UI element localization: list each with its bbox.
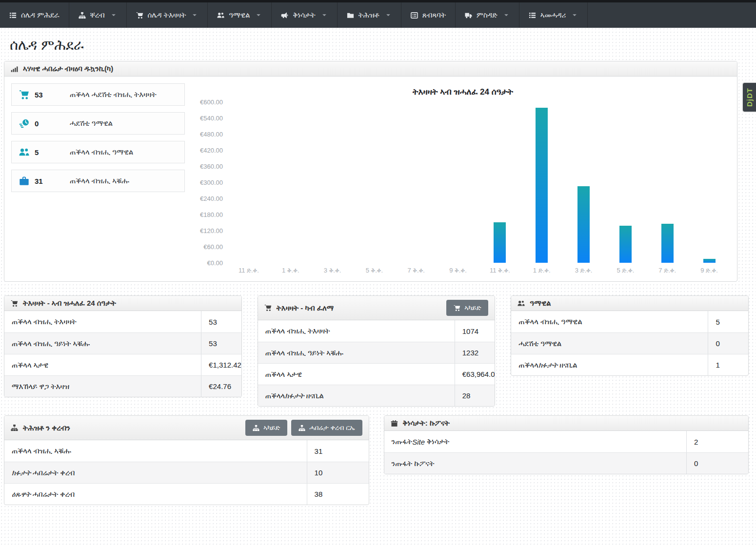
- row-label: ጠቕላላ ክፉታት ዘናቢል: [511, 354, 708, 375]
- row-label: ማእኸላይ ዋጋ ትእዛዝ: [4, 376, 201, 397]
- orders-last-24h-table: ትእዛዛት - ኣብ ዝሓለፈ 24 ሰዓታትጠቕላላ ብዝሒ ትእዛዛት53ጠ…: [4, 295, 242, 397]
- nav-item-ቐረብ[interactable]: ቐረብ: [69, 2, 127, 28]
- table-header: ትሕዝቶ ን ቀረብንኣካይድሓበሬታ ቀረብ ርኤ: [4, 416, 369, 440]
- row-value: 10: [307, 462, 369, 483]
- row-value: 1074: [455, 320, 495, 342]
- store-statistics-title: ኣሃዛዊ ሓበሬታ ብዛዕባ ዱኳንኪ(ካ): [23, 64, 113, 73]
- row-value: 2: [686, 431, 748, 452]
- table-header: ቅነሳታት: ኩፖናት: [384, 416, 749, 431]
- table-row: ጠቕላላ ብዝሒ ኣቑሑ31: [4, 440, 369, 462]
- x-tick-label: 7 ቅ.ቀ.: [395, 267, 437, 274]
- summary-tables-row-1: ትእዛዛት - ኣብ ዝሓለፈ 24 ሰዓታትጠቕላላ ብዝሒ ትእዛዛት53ጠ…: [4, 295, 749, 407]
- stat-value: 53: [35, 91, 51, 99]
- nav-item-label: ምስዳድ: [477, 11, 497, 20]
- y-tick-label: €60.00: [203, 243, 223, 251]
- nav-item-ኣመሓዳሪ[interactable]: ኣመሓዳሪ: [519, 2, 588, 28]
- orders-all-time-table: ትእዛዛት - ካብ ፈለማኣካይድጠቕላላ ብዝሒ ትእዛዛት1074ጠቕላላ…: [258, 295, 496, 407]
- stat-value: 31: [35, 177, 51, 185]
- table-row: ንጡፋት ኩፖናት0: [384, 452, 749, 474]
- table-row: ጠቕላላ ብዝሒ ዓይነት ኣቑሑ1232: [258, 342, 495, 363]
- nav-item-ምስዳድ[interactable]: ምስዳድ: [456, 2, 519, 28]
- manage-catalogue-button[interactable]: ኣካይድ: [245, 420, 287, 436]
- chart-y-axis: €600.00€540.00€480.00€420.00€360.00€300.…: [196, 102, 228, 263]
- x-tick-label: 9 ቅ.ቀ.: [437, 267, 479, 274]
- row-value: 1232: [455, 342, 495, 363]
- store-statistics-panel: ኣሃዛዊ ሓበሬታ ብዛዕባ ዱኳንኪ(ካ) 53ጠቕላላ ሓደሽቲ ብዝሒ ት…: [4, 61, 737, 282]
- sitemap-icon: [253, 425, 259, 431]
- stat-label: ጠቕላላ ብዝሒ ዓማዊል: [70, 148, 133, 156]
- signal-icon: [11, 65, 18, 73]
- x-tick-label: 1 ቅ.ቀ.: [270, 267, 312, 274]
- row-label: ዕጹዋት ሓበሬታት ቀረብ: [4, 484, 307, 505]
- chart-bar-slot: [479, 102, 521, 263]
- caret-icon: [503, 12, 510, 19]
- django-debug-toolbar-handle[interactable]: DjDT: [742, 82, 756, 113]
- row-value: 1: [708, 354, 748, 375]
- row-label: ጠቕላላ ብዝሒ ዓማዊል: [511, 311, 708, 332]
- cart-icon: [454, 305, 460, 312]
- manage-orders-button[interactable]: ኣካይድ: [446, 300, 488, 316]
- row-value: €1,312.42: [201, 354, 241, 375]
- y-tick-label: €540.00: [200, 115, 223, 122]
- table-title: ቅነሳታት: ኩፖናት: [403, 419, 450, 428]
- nav-item-label: ጸብጻባት: [422, 11, 446, 20]
- row-label: ጠቕላላ ብዝሒ ዓይነት ኣቑሑ: [258, 342, 455, 363]
- bottom-spacer: [0, 505, 756, 546]
- nav-item-ትሕዝቶ[interactable]: ትሕዝቶ: [338, 2, 401, 28]
- table-header: ትእዛዛት - ካብ ፈለማኣካይድ: [258, 296, 495, 320]
- table-row: ጠቕላላ ክፉታት ዘናቢል28: [258, 385, 495, 406]
- stat-label: ሓደሽቲ ዓማዊል: [70, 119, 113, 128]
- caret-icon: [191, 12, 198, 19]
- table-header: ዓማዊል: [511, 296, 748, 311]
- chart-bar-slot: [563, 102, 605, 263]
- chart-x-axis: 11 ድ.ቀ.1 ቅ.ቀ.3 ቅ.ቀ.5 ቅ.ቀ.7 ቅ.ቀ.9 ቅ.ቀ.11 …: [228, 267, 730, 274]
- chart-title: ትእዛዛት ኣብ ዝሓለፈ 24 ሰዓታት: [196, 87, 730, 97]
- row-label: ጠቕላላ ብዝሒ ኣቑሑ: [4, 440, 307, 462]
- y-tick-label: €240.00: [200, 195, 223, 202]
- chart-bar-slot: [353, 102, 395, 263]
- stat-box: 5ጠቕላላ ብዝሒ ዓማዊል: [11, 141, 185, 163]
- cart-icon: [136, 12, 143, 19]
- nav-item-ሰሌዳ ትእዛዛት[interactable]: ሰሌዳ ትእዛዛት: [127, 2, 208, 28]
- cart-icon: [264, 304, 272, 312]
- users-icon: [217, 12, 224, 19]
- table-title: ትእዛዛት - ኣብ ዝሓለፈ 24 ሰዓታት: [23, 299, 116, 308]
- chart-bar: [577, 186, 590, 263]
- stat-box: 53ጠቕላላ ሓደሽቲ ብዝሒ ትእዛዛት: [11, 83, 185, 106]
- y-tick-label: €300.00: [200, 179, 223, 186]
- row-value: 38: [307, 484, 369, 505]
- sitemap-icon: [79, 12, 86, 19]
- table-row: ጠቕላላ ብዝሒ ዓማዊል5: [511, 311, 748, 332]
- table-row: ጠቕላላ ኣታዊ€1,312.42: [4, 354, 241, 375]
- signal-icon: [11, 65, 18, 73]
- nav-item-ዓማዊል[interactable]: ዓማዊል: [208, 2, 272, 28]
- cart-icon: [19, 90, 29, 100]
- nav-item-label: ቅነሳታት: [293, 11, 315, 20]
- table-row: ጠቕላላ ክፉታት ዘናቢል1: [511, 354, 748, 375]
- stat-value: 0: [35, 119, 51, 128]
- x-tick-label: 3 ቅ.ቀ.: [312, 267, 354, 274]
- y-tick-label: €180.00: [200, 211, 223, 218]
- nav-item-label: ዓማዊል: [229, 11, 250, 20]
- sitemap-icon: [11, 424, 18, 431]
- list-icon: [9, 12, 17, 19]
- page-title: ሰሌዳ ምሕደራ: [10, 37, 756, 54]
- nav-item-ጸብጻባት[interactable]: ጸብጻባት: [401, 2, 456, 28]
- chart-bar: [536, 108, 548, 263]
- table-row: ክፉታት ሓበሬታት ቀረብ10: [4, 462, 369, 483]
- stats-column: 53ጠቕላላ ሓደሽቲ ብዝሒ ትእዛዛት0ሓደሽቲ ዓማዊል5ጠቕላላ ብዝሒ…: [11, 83, 185, 274]
- offers-table: ቅነሳታት: ኩፖናትንጡፋት Site ቅነሳታት2ንጡፋት ኩፖናት0: [384, 415, 749, 474]
- list-alt-icon: [411, 12, 418, 19]
- row-label: ሓደሽቲ ዓማዊል: [511, 333, 708, 354]
- nav-item-ቅነሳታት[interactable]: ቅነሳታት: [272, 2, 337, 28]
- table-row: ማእኸላይ ዋጋ ትእዛዝ€24.76: [4, 375, 241, 397]
- row-value: 28: [455, 385, 495, 406]
- folder-icon: [347, 12, 354, 19]
- table-row: ጠቕላላ ብዝሒ ትእዛዛት1074: [258, 320, 495, 342]
- x-tick-label: 3 ድ.ቀ.: [563, 267, 605, 274]
- row-value: €63,964.01: [455, 364, 495, 385]
- nav-item-ሰሌዳ ምሕደራ[interactable]: ሰሌዳ ምሕደራ: [0, 2, 69, 28]
- view-stock-alerts-button[interactable]: ሓበሬታ ቀረብ ርኤ: [291, 420, 362, 436]
- chart-bar-slot: [395, 102, 437, 263]
- x-tick-label: 5 ድ.ቀ.: [604, 267, 646, 274]
